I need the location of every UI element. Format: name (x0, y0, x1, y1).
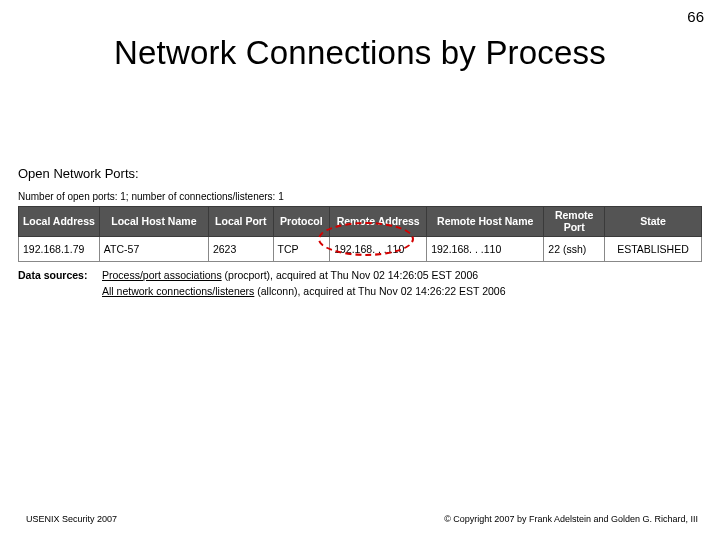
source-text-1: (procport), acquired at Thu Nov 02 14:26… (222, 269, 478, 281)
footer-right: © Copyright 2007 by Frank Adelstein and … (444, 514, 698, 524)
th-local-host-name: Local Host Name (99, 207, 208, 237)
td-protocol: TCP (273, 237, 330, 262)
section-label: Open Network Ports: (18, 166, 702, 181)
content-area: Open Network Ports: Number of open ports… (18, 166, 702, 300)
td-remote-host-name: 192.168. . .110 (427, 237, 544, 262)
td-remote-port: 22 (ssh) (544, 237, 605, 262)
source-text-2: (allconn), acquired at Thu Nov 02 14:26:… (254, 285, 505, 297)
td-state: ESTABLISHED (604, 237, 701, 262)
table-row: 192.168.1.79 ATC-57 2623 TCP 192.168. . … (19, 237, 702, 262)
td-local-port: 2623 (208, 237, 273, 262)
th-local-address: Local Address (19, 207, 100, 237)
table-header-row: Local Address Local Host Name Local Port… (19, 207, 702, 237)
slide-title: Network Connections by Process (0, 34, 720, 72)
footer-left: USENIX Security 2007 (26, 514, 117, 524)
sources-label: Data sources: (18, 268, 102, 284)
th-local-port: Local Port (208, 207, 273, 237)
slide: 66 Network Connections by Process Open N… (0, 0, 720, 540)
page-number: 66 (687, 8, 704, 25)
th-remote-address: Remote Address (330, 207, 427, 237)
th-state: State (604, 207, 701, 237)
th-protocol: Protocol (273, 207, 330, 237)
source-link-2[interactable]: All network connections/listeners (102, 285, 254, 297)
counts-line: Number of open ports: 1; number of conne… (18, 191, 702, 202)
td-remote-address: 192.168. . .110 (330, 237, 427, 262)
th-remote-host-name: Remote Host Name (427, 207, 544, 237)
ports-table: Local Address Local Host Name Local Port… (18, 206, 702, 262)
data-sources: Data sources: Process/port associations … (18, 268, 702, 300)
th-remote-port: Remote Port (544, 207, 605, 237)
td-local-host-name: ATC-57 (99, 237, 208, 262)
td-local-address: 192.168.1.79 (19, 237, 100, 262)
source-link-1[interactable]: Process/port associations (102, 269, 222, 281)
